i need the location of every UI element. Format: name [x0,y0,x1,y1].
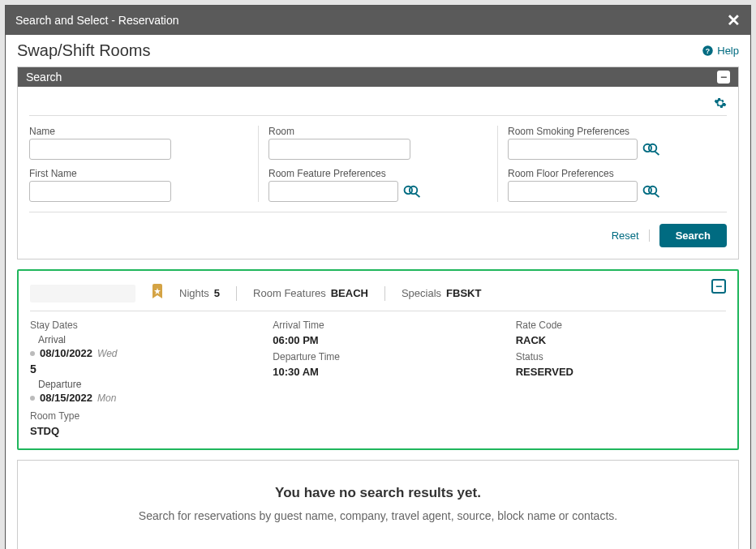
specials-label: Specials [402,287,441,299]
modal-header: Search and Select - Reservation ✕ [6,6,750,35]
gear-icon[interactable] [714,97,727,112]
name-input[interactable] [29,139,171,160]
search-icon[interactable] [642,142,660,157]
departure-time-value: 10:30 AM [273,366,483,378]
room-floor-pref-input[interactable] [508,181,638,202]
arrival-dow: Wed [97,348,117,359]
room-floor-pref-label: Room Floor Preferences [508,168,727,179]
status-value: RESERVED [516,366,726,378]
search-icon[interactable] [403,184,421,199]
departure-label: Departure [38,379,240,390]
rate-code-label: Rate Code [516,320,726,331]
search-actions: Reset Search [29,212,727,247]
page-title-row: Swap/Shift Rooms ? Help [6,35,750,66]
detail-col-dates: Stay Dates Arrival 08/10/2022 Wed 5 Depa… [30,320,240,437]
collapse-icon[interactable]: − [717,71,730,84]
room-feature-pref-input[interactable] [268,181,398,202]
svg-point-9 [649,187,656,194]
room-type-label: Room Type [30,410,240,422]
search-form: Name First Name Room [29,115,727,212]
detail-col-times: Arrival Time 06:00 PM Departure Time 10:… [273,320,483,437]
divider [384,286,385,301]
room-feature-pref-label: Room Feature Preferences [268,168,488,179]
search-panel-header: Search − [18,67,738,87]
empty-title: You have no search results yet. [34,485,722,501]
modal-title: Search and Select - Reservation [15,14,179,27]
specials-value: FBSKT [446,287,481,299]
summary-specials: Specials FBSKT [402,287,481,299]
nights-count: 5 [30,362,240,375]
svg-point-3 [410,187,417,194]
departure-date: 08/15/2022 [40,392,92,404]
empty-results-panel: You have no search results yet. Search f… [17,460,739,549]
collapse-icon[interactable]: − [711,279,726,294]
rate-code-value: RACK [516,334,726,346]
timeline-dot-icon [30,351,35,356]
close-icon[interactable]: ✕ [727,11,741,30]
help-icon: ? [702,45,714,57]
room-features-label: Room Features [253,287,326,299]
first-name-label: First Name [29,168,248,179]
modal-dialog: Search and Select - Reservation ✕ Swap/S… [5,5,751,549]
room-smoking-pref-label: Room Smoking Preferences [508,126,727,137]
search-button[interactable]: Search [659,224,727,247]
arrival-time-value: 06:00 PM [273,334,483,346]
page-title: Swap/Shift Rooms [17,41,151,60]
guest-name-chip[interactable] [30,285,135,302]
tag-icon [152,284,163,302]
reset-button[interactable]: Reset [612,229,650,242]
search-panel-body: Name First Name Room [18,87,738,259]
result-details: Stay Dates Arrival 08/10/2022 Wed 5 Depa… [30,311,726,437]
room-label: Room [268,126,488,137]
departure-dow: Mon [97,392,116,404]
summary-nights: Nights 5 [179,287,220,299]
svg-line-4 [415,193,420,197]
svg-line-10 [655,193,659,197]
svg-point-6 [649,144,656,152]
svg-text:?: ? [706,47,710,55]
empty-subtitle: Search for reservations by guest name, c… [34,509,722,522]
help-label: Help [717,45,739,57]
search-icon[interactable] [642,184,660,199]
room-features-value: BEACH [331,287,368,299]
search-panel: Search − Name [17,66,739,259]
departure-time-label: Departure Time [273,351,483,362]
result-summary-row: Nights 5 Room Features BEACH Specials FB… [30,279,726,311]
arrival-date: 08/10/2022 [40,347,92,359]
first-name-input[interactable] [29,181,171,202]
stay-dates-label: Stay Dates [30,320,240,331]
help-link[interactable]: ? Help [702,45,739,57]
status-label: Status [516,351,726,362]
reservation-result-card: Nights 5 Room Features BEACH Specials FB… [17,269,739,450]
nights-label: Nights [179,287,209,299]
nights-value: 5 [214,287,220,299]
arrival-time-label: Arrival Time [273,320,483,331]
detail-col-status: Rate Code RACK Status RESERVED [516,320,726,437]
room-smoking-pref-input[interactable] [508,139,638,160]
svg-line-7 [655,151,659,155]
divider [236,286,237,301]
timeline-dot-icon [30,396,35,401]
room-type-value: STDQ [30,425,240,437]
summary-room-features: Room Features BEACH [253,287,368,299]
room-input[interactable] [268,139,410,160]
arrival-label: Arrival [38,334,240,345]
name-label: Name [29,126,248,137]
search-panel-title: Search [26,71,62,84]
